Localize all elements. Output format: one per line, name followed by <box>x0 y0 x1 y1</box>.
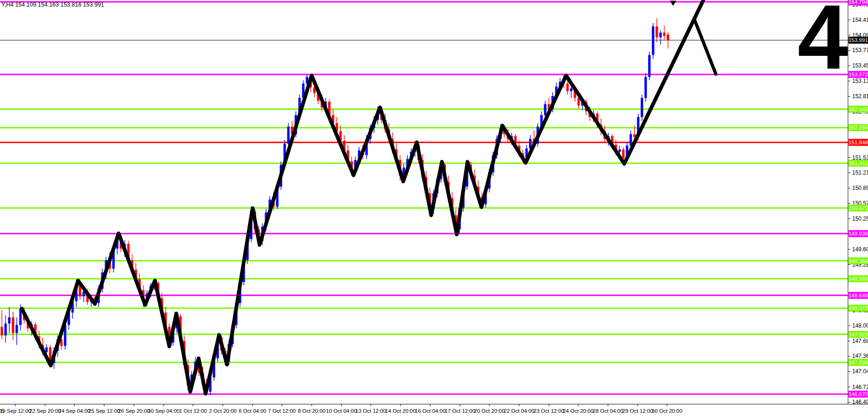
price-tick-label: 153.455 <box>852 62 868 69</box>
time-axis-label: 7 Oct 12:00 <box>268 408 295 414</box>
price-badge-label: 151.848 <box>848 140 868 145</box>
time-axis[interactable]: 19 Sep 12:0022 Sep 20:0024 Sep 04:0025 S… <box>0 404 682 414</box>
time-axis-label: 25 Sep 12:00 <box>88 408 120 414</box>
bull-candle-body <box>570 88 572 91</box>
price-badge-label: 148.372 <box>848 305 868 311</box>
time-axis-label: 17 Oct 12:00 <box>445 408 475 414</box>
bull-candle-body <box>15 325 18 333</box>
horizontal-level-lines <box>0 2 848 394</box>
wave-count-label[interactable]: 4 <box>797 0 848 88</box>
price-tick-label: 147.685 <box>852 338 868 344</box>
bull-candle-body <box>659 33 661 37</box>
time-axis-label: 30 Sep 04:00 <box>148 408 180 414</box>
price-badge-label: 150.472 <box>848 205 868 211</box>
price-tick-label: 146.720 <box>852 384 868 390</box>
time-axis-label: 24 Oct 20:00 <box>563 408 594 414</box>
price-badge-label: 149.936 <box>848 231 868 236</box>
trading-terminal-window: 154.735154.415154.095153.775153.455153.1… <box>0 0 868 416</box>
bear-candle-body <box>566 84 568 91</box>
price-tick-label: 147.045 <box>852 368 868 375</box>
bear-candle-body <box>655 27 658 38</box>
bear-candle-body <box>667 34 669 40</box>
bull-candle-body <box>8 317 10 323</box>
price-badge-label: 147.823 <box>848 332 868 337</box>
price-badge-label: 146.570 <box>848 391 868 397</box>
price-tick-label: 146.400 <box>852 399 868 405</box>
bear-candle-body <box>622 149 624 158</box>
bull-candle-body <box>618 149 621 152</box>
price-badge-label: 152.545 <box>848 107 868 112</box>
time-axis-label: 1 Oct 12:00 <box>179 408 207 414</box>
price-tick-label: 152.810 <box>852 93 868 100</box>
price-badge-label: 154.794 <box>848 0 868 5</box>
time-axis-label: 20 Oct 20:00 <box>474 408 505 414</box>
bear-candle-body <box>12 317 14 333</box>
price-tick-label: 149.605 <box>852 246 868 253</box>
current-price-label: 153.991 <box>848 37 868 43</box>
price-badge-label: 149.364 <box>848 258 868 264</box>
price-tick-label: 147.365 <box>852 353 868 359</box>
time-axis-label: 29 Oct 12:00 <box>622 408 653 414</box>
price-tick-label: 153.135 <box>852 78 868 84</box>
time-axis-label: 23 Oct 12:00 <box>534 408 564 414</box>
time-axis-label: 14 Oct 20:00 <box>385 408 416 414</box>
time-axis-label-clipped: 5 <box>1 408 4 414</box>
price-tick-label: 150.250 <box>852 215 868 222</box>
time-axis-label: 22 Oct 04:00 <box>504 408 534 414</box>
time-axis-label: 13 Oct 12:00 <box>355 408 386 414</box>
time-axis-label: 24 Sep 04:00 <box>59 408 90 414</box>
bear-candle-body <box>0 327 3 335</box>
bull-candle-body <box>45 348 47 352</box>
price-badge-label: 148.640 <box>848 293 868 298</box>
time-axis-label: 22 Sep 20:00 <box>29 408 61 414</box>
bull-candle-body <box>544 104 546 115</box>
price-tick-label: 151.210 <box>852 169 868 176</box>
down-arrow-marker[interactable] <box>670 0 676 6</box>
price-axis[interactable]: 154.735154.415154.095153.775153.455153.1… <box>848 0 868 405</box>
bull-candle-body <box>629 134 632 146</box>
time-axis-label: 10 Oct 04:00 <box>326 408 357 414</box>
price-badge-label: 153.272 <box>848 72 868 77</box>
price-tick-label: 150.890 <box>852 185 868 191</box>
time-axis-label: 26 Sep 20:00 <box>118 408 150 414</box>
price-badge-label: 151.411 <box>849 161 868 166</box>
price-tick-label: 153.775 <box>852 47 868 54</box>
bull-candle-body <box>287 127 289 144</box>
bull-candle-body <box>648 55 650 77</box>
time-axis-label: 19 Sep 12:00 <box>0 408 31 414</box>
price-badge-label: 148.990 <box>848 276 868 282</box>
price-chart-canvas[interactable]: 154.735154.415154.095153.775153.455153.1… <box>0 0 868 416</box>
chart-ohlc-header: Y,H4 154.109 154.163 153.816 153.991 <box>1 1 104 8</box>
time-axis-label: 8 Oct 20:00 <box>298 408 325 414</box>
price-tick-label: 154.415 <box>852 17 868 23</box>
bull-candle-body <box>644 77 647 98</box>
time-axis-label: 2 Oct 20:00 <box>209 408 236 414</box>
bear-candle-body <box>663 33 665 36</box>
time-axis-label: 28 Oct 04:00 <box>593 408 623 414</box>
bull-candle-body <box>652 27 654 55</box>
price-tick-label: 148.005 <box>852 322 868 329</box>
price-badge-label: 147.235 <box>848 360 868 365</box>
price-badge-label: 152.155 <box>848 125 868 130</box>
projection-line[interactable] <box>694 20 716 74</box>
time-axis-label: 16 Oct 04:00 <box>415 408 446 414</box>
bull-candle-body <box>4 323 7 335</box>
time-axis-label: 30 Oct 20:00 <box>652 408 682 414</box>
time-axis-label: 6 Oct 04:00 <box>239 408 266 414</box>
bull-candle-body <box>641 98 643 117</box>
